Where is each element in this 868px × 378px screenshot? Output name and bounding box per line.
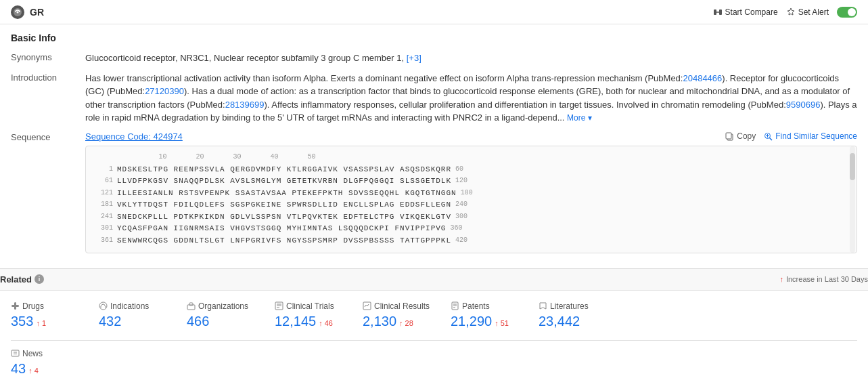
increase-text: ↑ Increase in Last 30 Days <box>779 275 868 283</box>
patents-icon <box>451 301 459 310</box>
stat-drugs-change: ↑ 1 <box>36 319 46 327</box>
stat-clinical-trials-change: ↑ 46 <box>319 319 333 327</box>
stat-clinical-results: Clinical Results 2,130 ↑ 28 <box>363 299 451 332</box>
stat-drugs: Drugs 353 ↑ 1 <box>11 299 99 332</box>
compare-icon <box>713 7 723 17</box>
more-link[interactable]: More ▾ <box>567 113 592 123</box>
stat-clinical-results-value-row: 2,130 ↑ 28 <box>363 314 440 329</box>
stats-grid: Drugs 353 ↑ 1 Indications 432 <box>11 291 857 341</box>
copy-icon <box>725 132 734 141</box>
svg-point-1 <box>17 11 19 13</box>
stat-patents-value: 21,290 <box>451 314 492 329</box>
seq-line-6: 301 YCQASFPGAN IIGNRMSAIS VHGVSTSGGQ MYH… <box>91 223 851 235</box>
sequence-row: Sequence Sequence Code: 424974 Copy Find… <box>11 131 857 253</box>
find-similar-icon <box>764 132 773 141</box>
copy-button[interactable]: Copy <box>725 131 756 141</box>
sequence-label: Sequence <box>11 131 85 253</box>
stat-clinical-results-value: 2,130 <box>363 314 396 329</box>
svg-rect-6 <box>726 133 731 139</box>
header-left: GR <box>11 5 44 19</box>
related-section: Related i ↑ Increase in Last 30 Days Dru… <box>0 268 868 378</box>
stat-news: News 43 ↑ 4 <box>11 346 99 378</box>
stat-literatures: Literatures 23,442 <box>539 299 626 332</box>
header-right: Start Compare Set Alert <box>713 7 857 18</box>
synonyms-more-link[interactable]: [+3] <box>407 53 421 63</box>
stat-clinical-trials: Clinical Trials 12,145 ↑ 46 <box>275 299 363 332</box>
drugs-icon <box>11 301 20 310</box>
seq-line-3: 121 ILLEESIANLN RSTSVPENPK SSASTAVSAA PT… <box>91 188 851 200</box>
sequence-content: Sequence Code: 424974 Copy Find Similar … <box>85 131 857 253</box>
stat-patents-change: ↑ 51 <box>495 319 509 327</box>
main-content: Basic Info Synonyms Glucocorticoid recep… <box>0 24 868 268</box>
news-row: News 43 ↑ 4 <box>11 341 857 378</box>
stat-literatures-value: 23,442 <box>539 314 580 329</box>
stat-indications-label: Indications <box>99 301 176 311</box>
app-logo <box>11 5 24 19</box>
stat-clinical-trials-value-row: 12,145 ↑ 46 <box>275 314 352 329</box>
related-info-icon[interactable]: i <box>35 274 44 284</box>
pubmed1-link[interactable]: 20484466 <box>683 73 722 83</box>
introduction-row: Introduction Has lower transcriptional a… <box>11 72 857 125</box>
find-similar-button[interactable]: Find Similar Sequence <box>764 131 857 141</box>
page-title: GR <box>30 7 44 18</box>
stat-organizations-value-row: 466 <box>187 314 264 329</box>
news-icon <box>11 349 20 358</box>
stat-patents: Patents 21,290 ↑ 51 <box>451 299 539 332</box>
sequence-scrollbar-thumb[interactable] <box>850 153 855 180</box>
stat-clinical-results-change: ↑ 28 <box>399 319 413 327</box>
stat-drugs-value-row: 353 ↑ 1 <box>11 314 88 329</box>
sequence-code-link[interactable]: Sequence Code: 424974 <box>85 131 183 142</box>
related-title: Related i <box>0 274 44 285</box>
stat-news-change: ↑ 4 <box>28 366 39 375</box>
seq-line-5: 241 SNEDCKPLLL PDTKPKIKDN GDLVLSSPSN VTL… <box>91 211 851 224</box>
seq-line-4: 181 VKLYTTDQST FDILQDLEFS SGSPGKEINE SPW… <box>91 199 851 211</box>
sequence-box: 10 20 30 40 50 1 MDSKESLTPG REENPSSVLA Q… <box>85 146 857 253</box>
stats-container: Drugs 353 ↑ 1 Indications 432 <box>0 291 868 378</box>
stat-clinical-trials-label: Clinical Trials <box>275 301 352 311</box>
alert-toggle[interactable] <box>837 7 857 18</box>
stat-news-value-row: 43 ↑ 4 <box>11 361 88 377</box>
pubmed4-link[interactable]: 9590696 <box>786 100 821 110</box>
stat-drugs-value: 353 <box>11 314 33 329</box>
stat-patents-value-row: 21,290 ↑ 51 <box>451 314 528 329</box>
stat-indications-value: 432 <box>99 314 121 329</box>
svg-rect-27 <box>12 350 19 356</box>
literatures-icon <box>539 301 547 310</box>
sequence-ruler: 10 20 30 40 50 <box>91 152 851 163</box>
seq-line-1: 1 MDSKESLTPG REENPSSVLA QERGDVMDFY KTLRG… <box>91 164 851 176</box>
synonyms-label: Synonyms <box>11 51 85 65</box>
stat-clinical-trials-value: 12,145 <box>275 314 316 329</box>
stat-news-value: 43 <box>11 361 26 377</box>
pubmed2-link[interactable]: 27120390 <box>145 86 184 96</box>
alert-icon <box>786 7 796 17</box>
stat-organizations-value: 466 <box>187 314 209 329</box>
svg-rect-3 <box>719 9 722 15</box>
pubmed3-link[interactable]: 28139699 <box>225 100 265 110</box>
sequence-actions: Copy Find Similar Sequence <box>725 131 857 141</box>
organizations-icon <box>187 301 196 310</box>
introduction-value: Has lower transcriptional activation act… <box>85 72 857 125</box>
set-alert-button[interactable]: Set Alert <box>786 7 829 17</box>
svg-rect-2 <box>714 9 716 15</box>
stat-indications: Indications 432 <box>99 299 187 332</box>
stat-news-label: News <box>11 349 88 358</box>
stat-organizations-label: Organizations <box>187 301 264 311</box>
synonyms-value: Glucocorticoid receptor, NR3C1, Nuclear … <box>85 51 857 65</box>
stat-clinical-results-label: Clinical Results <box>363 301 440 311</box>
synonyms-row: Synonyms Glucocorticoid receptor, NR3C1,… <box>11 51 857 65</box>
clinical-results-icon <box>363 301 371 310</box>
stat-indications-value-row: 432 <box>99 314 176 329</box>
svg-line-8 <box>770 138 773 140</box>
svg-rect-12 <box>12 305 19 307</box>
related-header: Related i ↑ Increase in Last 30 Days <box>0 268 868 291</box>
seq-line-2: 61 LLVDFPKGSV SNAQQPDLSK AVSLSMGLYM GETE… <box>91 175 851 188</box>
sequence-scrollbar[interactable] <box>850 146 855 253</box>
header: GR Start Compare Set Alert <box>0 0 868 24</box>
stat-organizations: Organizations 466 <box>187 299 275 332</box>
stat-drugs-label: Drugs <box>11 301 88 311</box>
seq-line-7: 361 SENWWRCQGS GDDNLTSLGT LNFPGRIVFS NGY… <box>91 235 851 247</box>
start-compare-button[interactable]: Start Compare <box>713 7 778 17</box>
introduction-label: Introduction <box>11 72 85 125</box>
sequence-header: Sequence Code: 424974 Copy Find Similar … <box>85 131 857 142</box>
clinical-trials-icon <box>275 301 283 310</box>
